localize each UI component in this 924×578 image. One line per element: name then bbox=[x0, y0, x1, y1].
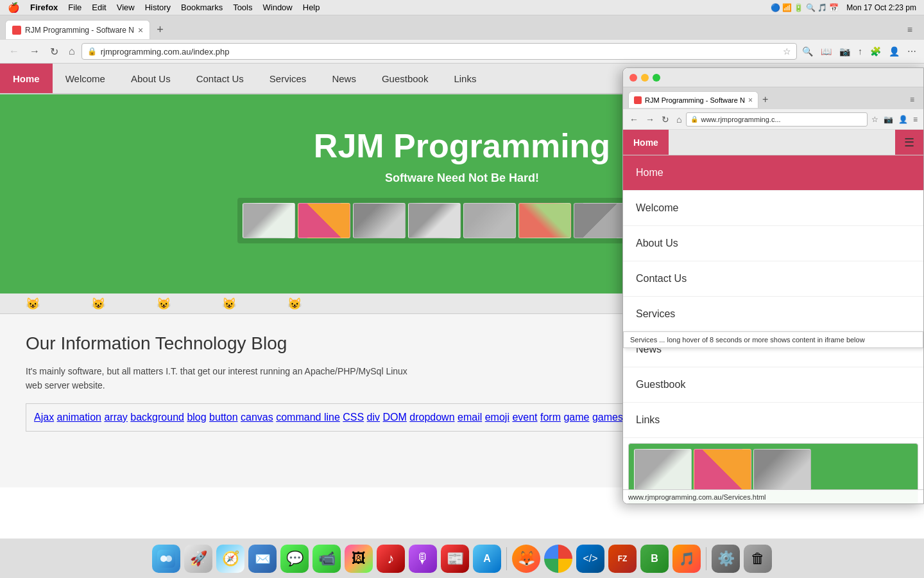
second-menu-guestbook[interactable]: Guestbook bbox=[623, 367, 923, 403]
second-close-btn[interactable] bbox=[629, 74, 637, 82]
dock-safari[interactable]: 🧭 bbox=[216, 545, 244, 573]
menu-tools[interactable]: Tools bbox=[233, 3, 252, 12]
second-hamburger-btn[interactable]: ☰ bbox=[895, 130, 923, 155]
dock-news[interactable]: 📰 bbox=[441, 545, 469, 573]
second-menu-about[interactable]: About Us bbox=[623, 226, 923, 261]
extensions-icon[interactable]: 🧩 bbox=[868, 45, 884, 58]
thumb-7[interactable] bbox=[574, 203, 626, 238]
website-nav-news[interactable]: News bbox=[319, 64, 369, 93]
tab-close-btn-1[interactable]: × bbox=[138, 25, 143, 35]
tag-animation[interactable]: animation bbox=[57, 412, 101, 423]
tag-dom[interactable]: DOM bbox=[383, 412, 407, 423]
second-home-btn[interactable]: ⌂ bbox=[674, 113, 684, 126]
menu-file[interactable]: File bbox=[68, 3, 81, 12]
refresh-button[interactable]: ↻ bbox=[46, 43, 62, 60]
second-sync-icon[interactable]: 👤 bbox=[896, 114, 910, 125]
dock-bbedit[interactable]: B bbox=[640, 545, 669, 573]
dock-filezilla[interactable]: FZ bbox=[608, 545, 637, 573]
home-button[interactable]: ⌂ bbox=[65, 43, 79, 60]
menu-history[interactable]: History bbox=[145, 3, 171, 12]
second-back-btn[interactable]: ← bbox=[627, 113, 641, 126]
tag-blog[interactable]: blog bbox=[187, 412, 206, 423]
website-nav-about[interactable]: About Us bbox=[118, 64, 184, 93]
tag-dropdown[interactable]: dropdown bbox=[409, 412, 454, 423]
tag-css[interactable]: CSS bbox=[343, 412, 364, 423]
thumb-2[interactable] bbox=[298, 203, 350, 238]
tag-event[interactable]: event bbox=[512, 412, 537, 423]
tag-game[interactable]: game bbox=[563, 412, 589, 423]
tag-emoji[interactable]: emoji bbox=[485, 412, 509, 423]
browser-tab-1[interactable]: RJM Programming - Software N × bbox=[5, 20, 150, 39]
website-nav-welcome[interactable]: Welcome bbox=[53, 64, 118, 93]
dock-mail[interactable]: ✉️ bbox=[248, 545, 277, 573]
second-menu-links[interactable]: Links bbox=[623, 403, 923, 438]
tag-command-line[interactable]: command line bbox=[276, 412, 340, 423]
tag-ajax[interactable]: Ajax bbox=[34, 412, 54, 423]
website-nav-links[interactable]: Links bbox=[441, 64, 489, 93]
tag-array[interactable]: array bbox=[104, 412, 127, 423]
second-menu-icon[interactable]: ≡ bbox=[911, 114, 920, 125]
thumb-5[interactable] bbox=[463, 203, 516, 238]
screenshot-icon[interactable]: 📷 bbox=[837, 45, 853, 58]
tag-div[interactable]: div bbox=[367, 412, 380, 423]
menu-edit[interactable]: Edit bbox=[92, 3, 106, 12]
dock-trash[interactable]: 🗑 bbox=[744, 545, 772, 573]
second-new-tab-btn[interactable]: + bbox=[762, 94, 768, 105]
dock-podcasts[interactable]: 🎙 bbox=[409, 545, 437, 573]
second-site-home-btn[interactable]: Home bbox=[623, 130, 669, 155]
dock-launchpad[interactable]: 🚀 bbox=[184, 545, 212, 573]
thumb-1[interactable] bbox=[243, 203, 295, 238]
website-nav-contact[interactable]: Contact Us bbox=[184, 64, 257, 93]
tag-games[interactable]: games bbox=[592, 412, 623, 423]
second-refresh-btn[interactable]: ↻ bbox=[659, 113, 672, 126]
thumb-4[interactable] bbox=[408, 203, 461, 238]
second-menu-services[interactable]: Services Services ... long hover of 8 se… bbox=[623, 297, 923, 332]
second-menu-contact[interactable]: Contact Us bbox=[623, 261, 923, 297]
second-forward-btn[interactable]: → bbox=[643, 113, 657, 126]
dock-settings[interactable]: ⚙️ bbox=[712, 545, 740, 573]
website-nav-guestbook[interactable]: Guestbook bbox=[369, 64, 441, 93]
share-icon[interactable]: ↑ bbox=[855, 45, 865, 58]
new-tab-button[interactable]: + bbox=[151, 21, 169, 39]
dock-messages[interactable]: 💬 bbox=[280, 545, 309, 573]
account-icon[interactable]: 👤 bbox=[886, 45, 902, 58]
read-mode-icon[interactable]: 📖 bbox=[818, 45, 834, 58]
thumb-3[interactable] bbox=[353, 203, 406, 238]
apple-menu[interactable]: 🍎 bbox=[8, 2, 20, 13]
bookmark-icon[interactable]: ☆ bbox=[783, 46, 791, 57]
tag-button[interactable]: button bbox=[209, 412, 237, 423]
menu-help[interactable]: Help bbox=[303, 3, 320, 12]
back-button[interactable]: ← bbox=[5, 43, 23, 60]
dock-appstore[interactable]: A bbox=[473, 545, 501, 573]
menu-firefox[interactable]: Firefox bbox=[30, 3, 58, 12]
second-bookmark-icon[interactable]: ☆ bbox=[869, 114, 880, 125]
url-bar[interactable]: 🔒 rjmprogramming.com.au/index.php ☆ bbox=[81, 43, 797, 60]
menu-dots-icon[interactable]: ⋯ bbox=[905, 45, 919, 58]
tag-form[interactable]: form bbox=[540, 412, 561, 423]
second-menu-welcome[interactable]: Welcome bbox=[623, 191, 923, 226]
menu-bookmarks[interactable]: Bookmarks bbox=[181, 3, 223, 12]
dock-facetime[interactable]: 📹 bbox=[312, 545, 341, 573]
thumb-6[interactable] bbox=[518, 203, 571, 238]
second-url-bar[interactable]: 🔒 www.rjmprogramming.c... bbox=[686, 112, 868, 127]
dock-chrome[interactable] bbox=[544, 545, 572, 573]
forward-button[interactable]: → bbox=[26, 43, 44, 60]
second-tab-close[interactable]: × bbox=[748, 96, 753, 105]
second-menu-btn[interactable]: ≡ bbox=[906, 95, 918, 104]
dock-vscode[interactable]: </> bbox=[576, 545, 604, 573]
second-maximize-btn[interactable] bbox=[653, 74, 660, 82]
second-screenshot-icon[interactable]: 📷 bbox=[882, 114, 895, 125]
tag-canvas[interactable]: canvas bbox=[241, 412, 273, 423]
dock-music[interactable]: ♪ bbox=[377, 545, 405, 573]
second-minimize-btn[interactable] bbox=[641, 74, 649, 82]
dock-photos[interactable]: 🖼 bbox=[345, 545, 373, 573]
dock-finder[interactable] bbox=[152, 545, 180, 573]
second-menu-home[interactable]: Home bbox=[623, 155, 923, 191]
menu-view[interactable]: View bbox=[117, 3, 135, 12]
tag-email[interactable]: email bbox=[458, 412, 482, 423]
second-tab-1[interactable]: RJM Programming - Software N × bbox=[628, 91, 758, 108]
website-nav-home[interactable]: Home bbox=[0, 64, 53, 93]
dock-itunes[interactable]: 🎵 bbox=[672, 545, 701, 573]
minimize-tabs-btn[interactable]: ≡ bbox=[903, 23, 916, 36]
website-nav-services[interactable]: Services bbox=[257, 64, 320, 93]
